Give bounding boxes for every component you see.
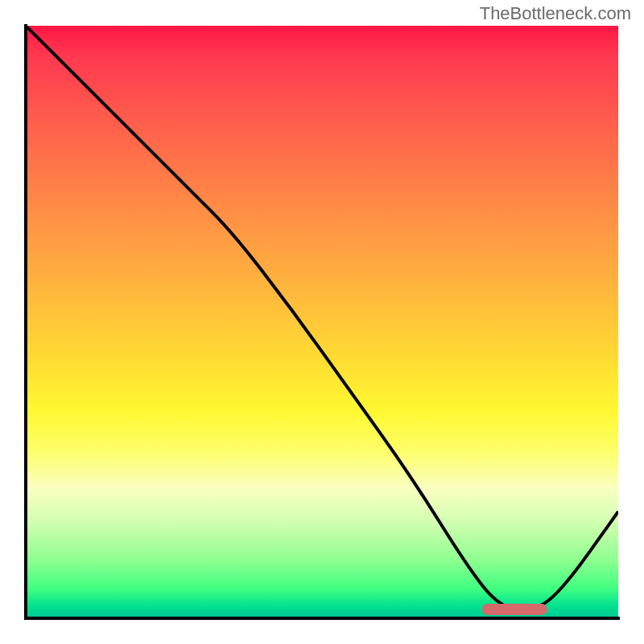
chart-container: TheBottleneck.com bbox=[0, 0, 644, 644]
bottleneck-curve bbox=[26, 26, 618, 618]
watermark-text: TheBottleneck.com bbox=[480, 3, 631, 24]
optimal-marker bbox=[482, 604, 547, 615]
